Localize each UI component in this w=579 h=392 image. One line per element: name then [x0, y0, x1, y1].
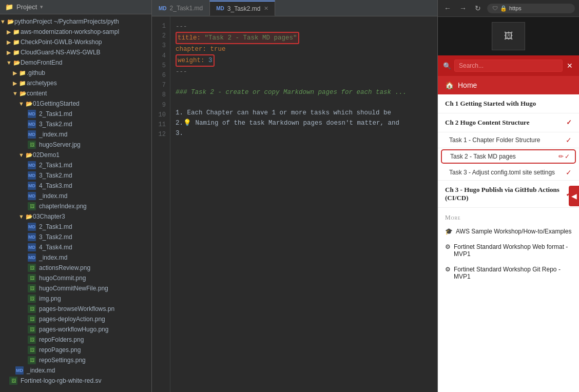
tree-item[interactable]: ▼ 📂content: [0, 88, 151, 99]
tree-item[interactable]: MD3_Task2.md: [0, 170, 151, 181]
home-nav-item[interactable]: 🏠 Home: [438, 76, 579, 94]
link-fortinet-web[interactable]: ⚙ Fortinet Standard Workshop Web format …: [438, 239, 579, 262]
tree-item[interactable]: MD_index.md: [0, 191, 151, 201]
link-fortinet-web-label: Fortinet Standard Workshop Web format - …: [454, 243, 572, 258]
tree-item-label: DemoFrontEnd: [21, 59, 62, 66]
preview-thumbnail: 🖼: [492, 22, 525, 50]
tree-item[interactable]: MD3_Task2.md: [0, 232, 151, 242]
tree-item[interactable]: ▶ 📁.github: [0, 68, 151, 78]
tree-item[interactable]: ▶ 📁CloudGuard-NS-AWS-GWLB: [0, 47, 151, 57]
tree-item-label: 01GettingStarted: [33, 100, 80, 107]
task-2-nav[interactable]: Task 2 - Task MD pages ✏ ✓: [441, 149, 576, 164]
address-bar[interactable]: 🛡 🔒 https: [487, 4, 575, 13]
project-header[interactable]: 📁 Project ▾: [0, 0, 151, 14]
tree-item-label: hugoServer.jpg: [39, 141, 81, 148]
editor-tab[interactable]: MD 2_Task1.md: [152, 1, 209, 16]
chapter-2-nav[interactable]: Ch 2 Hugo Content Structure ✓: [438, 113, 579, 132]
tree-item-label: hugoCommit.png: [39, 275, 86, 282]
tree-item[interactable]: MD3_Task2.md: [0, 119, 151, 129]
tree-item[interactable]: ▼ 📂03Chapter3: [0, 211, 151, 222]
tree-item-label: 3_Task2.md: [39, 121, 72, 128]
browser-bar: ← → ↻ 🛡 🔒 https: [438, 0, 579, 17]
sidebar-toggle-button[interactable]: ◀: [569, 186, 579, 206]
task-3-nav[interactable]: Task 3 - Adjust config.toml site setting…: [438, 165, 579, 181]
tree-item[interactable]: ▶ 📁aws-modernization-workshop-sampl: [0, 27, 151, 37]
md-file-icon: MD: [28, 182, 36, 190]
back-button[interactable]: ←: [442, 3, 453, 13]
search-icon: 🔍: [443, 62, 451, 70]
preview-img-area: 🖼: [438, 17, 579, 55]
tree-item[interactable]: ▼ 📂pythonProject ~/PycharmProjects/pyth: [0, 16, 151, 27]
check-icon-task2: ✓: [565, 153, 570, 160]
tree-item[interactable]: 🖼repoFolders.png: [0, 335, 151, 345]
tree-item-label: 2_Task1.md: [39, 162, 72, 169]
tree-item-label: aws-modernization-workshop-sampl: [21, 28, 119, 35]
forward-button[interactable]: →: [457, 3, 469, 13]
tree-item[interactable]: MD_index.md: [0, 129, 151, 140]
code-line: ---: [176, 67, 432, 77]
tree-item[interactable]: 🖼Fortinet-logo-rgb-white-red.sv: [0, 376, 151, 386]
chapter-3-nav[interactable]: Ch 3 - Hugo Publish via GitHub Actions (…: [438, 181, 579, 208]
img-file-icon: 🖼: [28, 284, 36, 292]
tree-item[interactable]: 🖼chapterIndex.png: [0, 201, 151, 211]
pencil-icon: ✏: [558, 153, 564, 160]
link-aws[interactable]: 🎓 AWS Sample Workshop/How-to/Examples: [438, 224, 579, 239]
refresh-button[interactable]: ↻: [473, 3, 483, 13]
tree-item-label: Fortinet-logo-rgb-white-red.sv: [21, 377, 101, 384]
folder-open-icon: ▼ 📂: [15, 89, 24, 97]
tree-item[interactable]: MD4_Task3.md: [0, 181, 151, 191]
tree-item[interactable]: 🖼pages-workflowHugo.png: [0, 324, 151, 335]
folder-icon: 📁: [5, 3, 13, 11]
chapter-2-label: Ch 2 Hugo Content Structure: [445, 119, 529, 127]
task-1-nav[interactable]: Task 1 - Chapter Folder Structure ✓: [438, 132, 579, 148]
md-file-icon: MD: [28, 120, 36, 128]
folder-closed-icon: ▶ 📁: [15, 69, 24, 77]
tree-item[interactable]: ▶ 📁archetypes: [0, 78, 151, 88]
tree-item[interactable]: 🖼pages-browseWorkflows.pn: [0, 304, 151, 314]
tree-item[interactable]: ▼ 📂01GettingStarted: [0, 99, 151, 109]
tree-item[interactable]: MD_index.md: [0, 365, 151, 376]
line-number: 3: [152, 41, 166, 51]
tree-item[interactable]: ▶ 📁CheckPoint-GWLB-Workshop: [0, 37, 151, 47]
tree-item[interactable]: 🖼repoPages.png: [0, 345, 151, 355]
editor-tab[interactable]: MD 3_Task2.md ✕: [209, 1, 275, 16]
tree-item-label: _index.md: [39, 192, 67, 200]
tree-item-label: _index.md: [27, 367, 55, 374]
tree-item[interactable]: 🖼pages-deployAction.png: [0, 314, 151, 324]
tree-item-label: pages-workflowHugo.png: [39, 326, 108, 333]
tree-item[interactable]: 🖼hugoCommit.png: [0, 273, 151, 283]
search-clear-button[interactable]: ✕: [566, 62, 574, 70]
link-fortinet-git[interactable]: ⚙ Fortinet Standard Workshop Git Repo - …: [438, 262, 579, 284]
tree-item[interactable]: MD4_Task4.md: [0, 242, 151, 252]
line-number: 7: [152, 81, 166, 90]
search-input[interactable]: [454, 60, 563, 72]
tree-item[interactable]: MD2_Task1.md: [0, 109, 151, 119]
left-panel: 📁 Project ▾ ▼ 📂pythonProject ~/PycharmPr…: [0, 0, 151, 392]
code-content[interactable]: ---title: "Task 2 - Task MD pages"chapte…: [170, 16, 437, 392]
folder-open-icon: ▼ 📂: [22, 100, 30, 108]
tree-item[interactable]: MD2_Task1.md: [0, 222, 151, 232]
code-line: [176, 97, 432, 108]
line-numbers: 123456789101112: [152, 16, 170, 392]
code-line: [176, 77, 432, 87]
tree-item[interactable]: MD_index.md: [0, 252, 151, 263]
tree-item[interactable]: 🖼hugoServer.jpg: [0, 140, 151, 150]
line-number: 1: [152, 22, 166, 31]
md-file-icon: MD: [28, 130, 36, 139]
tree-item[interactable]: 🖼hugoCommitNewFile.png: [0, 283, 151, 293]
chapter-1-nav[interactable]: Ch 1 Getting Started with Hugo: [438, 94, 579, 113]
tree-item-label: repoFolders.png: [39, 336, 84, 343]
tree-item[interactable]: 🖼actionsReview.png: [0, 263, 151, 273]
tree-item-label: pages-deployAction.png: [39, 316, 105, 323]
tab-close-button[interactable]: ✕: [264, 5, 268, 12]
url-text: https: [509, 5, 522, 11]
tree-item[interactable]: 🖼repoSettings.png: [0, 355, 151, 365]
tree-item[interactable]: 🖼img.png: [0, 293, 151, 304]
tree-item[interactable]: ▼ 📂02Demo1: [0, 150, 151, 160]
tree-item-label: 3_Task2.md: [39, 172, 72, 179]
tree-item[interactable]: MD2_Task1.md: [0, 160, 151, 170]
link-fortinet-git-label: Fortinet Standard Workshop Git Repo - MV…: [454, 266, 572, 280]
tree-item-label: _index.md: [39, 254, 67, 261]
search-area: 🔍 ✕: [438, 55, 579, 76]
tree-item[interactable]: ▼ 📂DemoFrontEnd: [0, 57, 151, 68]
